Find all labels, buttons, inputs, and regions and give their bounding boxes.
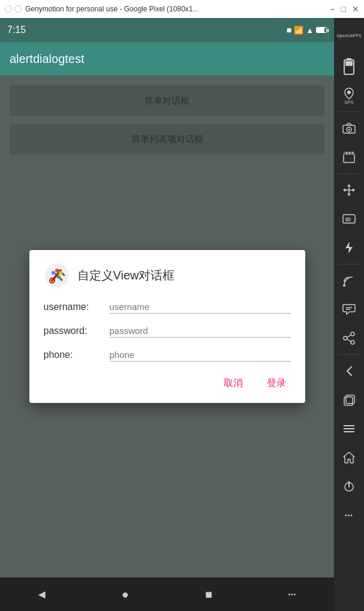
sidebar-sep-1 — [338, 112, 360, 112]
sidebar-recents-icon[interactable] — [335, 386, 363, 414]
sidebar-power-icon[interactable] — [335, 472, 363, 500]
phone-label: phone: — [44, 350, 110, 360]
title-bar-left: Genymotion for personal use - Google Pix… — [5, 5, 199, 13]
status-icons: ■ 📶 ▲ — [287, 25, 327, 35]
sidebar-sep-2 — [338, 173, 360, 174]
sidebar-rss-icon[interactable] — [335, 267, 363, 294]
svg-point-6 — [55, 269, 59, 272]
dialog-buttons: 取消 登录 — [44, 374, 291, 393]
sidebar-share-icon[interactable] — [335, 324, 363, 352]
sidebar-menu-icon[interactable] — [335, 415, 363, 443]
password-input[interactable] — [110, 324, 291, 338]
minimize-button[interactable]: − — [330, 4, 335, 14]
sidebar-clapboard-icon[interactable] — [335, 143, 363, 171]
password-label: password: — [44, 326, 110, 336]
svg-line-37 — [347, 339, 351, 342]
emulator-wrapper: 7:15 ■ 📶 ▲ alertdialogtest — [0, 18, 364, 611]
circle-2 — [14, 5, 22, 13]
white-square-icon: ■ — [287, 25, 291, 35]
title-bar: Genymotion for personal use - Google Pix… — [0, 0, 364, 18]
close-button[interactable]: ✕ — [352, 4, 359, 14]
svg-rect-16 — [344, 154, 354, 162]
sidebar-move-icon[interactable] — [335, 176, 363, 204]
svg-point-33 — [351, 332, 354, 336]
custom-view-dialog: 自定义View对话框 username: password: phone — [29, 250, 305, 403]
username-field-row: username: — [44, 300, 291, 314]
dialog-icon — [44, 262, 70, 288]
circle-1 — [5, 5, 12, 13]
svg-marker-26 — [353, 188, 355, 192]
dialog-title-text: 自定义View对话框 — [77, 267, 175, 284]
dialog-title-row: 自定义View对话框 — [44, 262, 291, 288]
battery-icon — [316, 27, 327, 33]
phone-screen: 7:15 ■ 📶 ▲ alertdialogtest — [0, 18, 334, 611]
phone-field-row: phone: — [44, 348, 291, 362]
sidebar-back-icon[interactable] — [335, 357, 363, 385]
svg-rect-39 — [346, 395, 354, 404]
sidebar-more-dots: ••• — [345, 512, 353, 519]
svg-marker-24 — [347, 194, 351, 196]
svg-point-34 — [344, 336, 347, 340]
svg-point-35 — [351, 341, 354, 344]
svg-marker-29 — [345, 242, 353, 254]
sidebar-chat-icon[interactable] — [335, 296, 363, 323]
gps-label: GPS — [345, 100, 354, 104]
bottom-nav: ◄ ● ■ ••• — [0, 577, 334, 611]
svg-point-7 — [59, 271, 62, 275]
dialog-overlay: 自定义View对话框 username: password: phone — [0, 76, 334, 577]
sidebar-flash-icon[interactable] — [335, 234, 363, 261]
login-button[interactable]: 登录 — [262, 374, 291, 393]
more-nav-button[interactable]: ••• — [277, 579, 307, 609]
sidebar-sep-4 — [338, 354, 360, 355]
sidebar-more-icon[interactable]: ••• — [335, 501, 363, 529]
app-bar: alertdialogtest — [0, 42, 334, 76]
window-title: Genymotion for personal use - Google Pix… — [25, 5, 199, 13]
right-sidebar: OpenGAPPS GPS — [334, 18, 364, 611]
sidebar-sep-3 — [338, 264, 360, 264]
svg-point-5 — [52, 271, 55, 275]
signal-icon: ▲ — [306, 26, 314, 35]
svg-point-15 — [348, 129, 350, 131]
phone-input[interactable] — [110, 348, 291, 362]
home-nav-button[interactable]: ● — [110, 579, 140, 609]
username-label: username: — [44, 302, 110, 312]
app-bar-title: alertdialogtest — [10, 52, 85, 66]
sidebar-id-icon[interactable]: ID — [335, 205, 363, 233]
svg-point-12 — [347, 91, 351, 94]
svg-marker-25 — [343, 188, 345, 192]
status-bar: 7:15 ■ 📶 ▲ — [0, 18, 334, 42]
back-nav-button[interactable]: ◄ — [27, 579, 57, 609]
sidebar-camera-icon[interactable] — [335, 115, 363, 142]
recents-nav-button[interactable]: ■ — [194, 579, 224, 609]
window-circles — [5, 5, 22, 13]
wifi-icon: 📶 — [294, 26, 303, 35]
svg-point-30 — [343, 284, 345, 287]
sidebar-home-icon[interactable] — [335, 444, 363, 471]
svg-rect-11 — [345, 61, 353, 66]
svg-marker-23 — [347, 184, 351, 186]
sidebar-battery-icon[interactable] — [335, 53, 363, 80]
username-input[interactable] — [110, 300, 291, 314]
maximize-button[interactable]: □ — [341, 4, 346, 14]
cancel-button[interactable]: 取消 — [219, 374, 248, 393]
svg-line-36 — [347, 335, 351, 338]
content-area: 简单对话框 简单列表项对话框 — [0, 76, 334, 577]
title-bar-controls: − □ ✕ — [330, 4, 359, 14]
status-time: 7:15 — [7, 25, 26, 35]
password-field-row: password: — [44, 324, 291, 338]
svg-rect-38 — [344, 397, 353, 405]
svg-point-8 — [57, 275, 61, 279]
sidebar-gps-icon[interactable]: GPS — [335, 82, 363, 109]
open-gapps-icon[interactable]: OpenGAPPS — [335, 20, 363, 52]
svg-text:ID: ID — [345, 216, 351, 222]
